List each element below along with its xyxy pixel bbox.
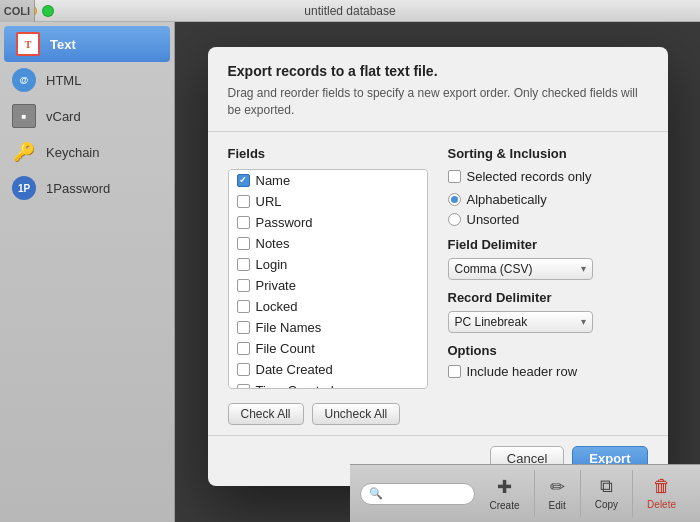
field-checkbox-locked[interactable] bbox=[237, 300, 250, 313]
export-dialog: Export records to a flat text file. Drag… bbox=[208, 47, 668, 486]
field-item[interactable]: Date Created bbox=[229, 359, 427, 380]
field-delimiter-value: Comma (CSV) bbox=[455, 262, 533, 276]
create-label: Create bbox=[489, 500, 519, 511]
field-delimiter-label: Field Delimiter bbox=[448, 237, 648, 252]
sidebar-item-vcard[interactable]: ■ vCard bbox=[0, 98, 174, 134]
sorting-label: Sorting & Inclusion bbox=[448, 146, 648, 161]
text-icon: T bbox=[14, 30, 42, 58]
field-checkbox-file-count[interactable] bbox=[237, 342, 250, 355]
alphabetically-label: Alphabetically bbox=[467, 192, 547, 207]
field-checkbox-notes[interactable] bbox=[237, 237, 250, 250]
maximize-button[interactable] bbox=[42, 5, 54, 17]
modal-header: Export records to a flat text file. Drag… bbox=[208, 47, 668, 132]
field-item[interactable]: Time Created bbox=[229, 380, 427, 389]
sidebar-label-vcard: vCard bbox=[46, 109, 81, 124]
sidebar-label-1password: 1Password bbox=[46, 181, 110, 196]
pencil-icon: ✏ bbox=[550, 476, 565, 498]
field-checkbox-password[interactable] bbox=[237, 216, 250, 229]
fields-list[interactable]: NameURLPasswordNotesLoginPrivateLockedFi… bbox=[228, 169, 428, 389]
field-name-label: Login bbox=[256, 257, 288, 272]
create-button[interactable]: ✚ Create bbox=[475, 470, 534, 517]
field-name-label: Password bbox=[256, 215, 313, 230]
check-buttons-row: Check All Uncheck All bbox=[208, 403, 668, 435]
record-delimiter-label: Record Delimiter bbox=[448, 290, 648, 305]
field-item[interactable]: Locked bbox=[229, 296, 427, 317]
copy-label: Copy bbox=[595, 499, 618, 510]
alphabetically-radio[interactable] bbox=[448, 193, 461, 206]
sidebar-item-html[interactable]: @ HTML bbox=[0, 62, 174, 98]
field-item[interactable]: File Names bbox=[229, 317, 427, 338]
trash-icon: 🗑 bbox=[653, 476, 671, 497]
include-header-item[interactable]: Include header row bbox=[448, 364, 648, 379]
sidebar-item-text[interactable]: T Text bbox=[4, 26, 170, 62]
field-checkbox-login[interactable] bbox=[237, 258, 250, 271]
sidebar-item-1password[interactable]: 1P 1Password bbox=[0, 170, 174, 206]
field-item[interactable]: Private bbox=[229, 275, 427, 296]
search-box[interactable]: 🔍 bbox=[360, 483, 475, 505]
sidebar-label-text: Text bbox=[50, 37, 76, 52]
toolbar-actions: ✚ Create ✏ Edit ⧉ Copy 🗑 Delete bbox=[475, 470, 690, 517]
alphabetically-item[interactable]: Alphabetically bbox=[448, 192, 648, 207]
modal-title: Export records to a flat text file. bbox=[228, 63, 648, 79]
field-checkbox-file-names[interactable] bbox=[237, 321, 250, 334]
coli-label: COLI bbox=[0, 0, 35, 22]
modal-body: Fields NameURLPasswordNotesLoginPrivateL… bbox=[208, 132, 668, 403]
field-checkbox-time-created[interactable] bbox=[237, 384, 250, 389]
main-area: T Text @ HTML ■ vCard 🔑 Keychain 1P bbox=[0, 22, 700, 522]
field-item[interactable]: Password bbox=[229, 212, 427, 233]
delete-button[interactable]: 🗑 Delete bbox=[633, 470, 690, 517]
field-checkbox-url[interactable] bbox=[237, 195, 250, 208]
sidebar-label-keychain: Keychain bbox=[46, 145, 99, 160]
field-item[interactable]: Login bbox=[229, 254, 427, 275]
record-delimiter-select[interactable]: PC Linebreak ▾ bbox=[448, 311, 593, 333]
field-name-label: Notes bbox=[256, 236, 290, 251]
edit-button[interactable]: ✏ Edit bbox=[535, 470, 581, 517]
field-checkbox-name[interactable] bbox=[237, 174, 250, 187]
field-checkbox-private[interactable] bbox=[237, 279, 250, 292]
field-name-label: Private bbox=[256, 278, 296, 293]
field-name-label: Date Created bbox=[256, 362, 333, 377]
unsorted-item[interactable]: Unsorted bbox=[448, 212, 648, 227]
fields-label: Fields bbox=[228, 146, 428, 161]
keychain-icon: 🔑 bbox=[10, 138, 38, 166]
field-delimiter-select[interactable]: Comma (CSV) ▾ bbox=[448, 258, 593, 280]
bottom-toolbar: 🔍 ✚ Create ✏ Edit ⧉ Copy 🗑 Delete bbox=[350, 464, 700, 522]
field-name-label: URL bbox=[256, 194, 282, 209]
record-delimiter-value: PC Linebreak bbox=[455, 315, 528, 329]
options-label: Options bbox=[448, 343, 648, 358]
sidebar-item-keychain[interactable]: 🔑 Keychain bbox=[0, 134, 174, 170]
background: Export records to a flat text file. Drag… bbox=[175, 22, 700, 522]
field-item[interactable]: Name bbox=[229, 170, 427, 191]
include-header-label: Include header row bbox=[467, 364, 578, 379]
sidebar: T Text @ HTML ■ vCard 🔑 Keychain 1P bbox=[0, 22, 175, 522]
field-item[interactable]: Notes bbox=[229, 233, 427, 254]
onepassword-icon: 1P bbox=[10, 174, 38, 202]
unsorted-label: Unsorted bbox=[467, 212, 520, 227]
include-header-checkbox[interactable] bbox=[448, 365, 461, 378]
field-item[interactable]: File Count bbox=[229, 338, 427, 359]
sidebar-label-html: HTML bbox=[46, 73, 81, 88]
html-icon: @ bbox=[10, 66, 38, 94]
field-name-label: Name bbox=[256, 173, 291, 188]
chevron-down-icon-2: ▾ bbox=[581, 316, 586, 327]
field-item[interactable]: URL bbox=[229, 191, 427, 212]
copy-button[interactable]: ⧉ Copy bbox=[581, 470, 633, 517]
vcard-icon: ■ bbox=[10, 102, 38, 130]
field-checkbox-date-created[interactable] bbox=[237, 363, 250, 376]
edit-label: Edit bbox=[549, 500, 566, 511]
plus-icon: ✚ bbox=[497, 476, 512, 498]
selected-only-item[interactable]: Selected records only bbox=[448, 169, 648, 184]
delete-label: Delete bbox=[647, 499, 676, 510]
check-all-button[interactable]: Check All bbox=[228, 403, 304, 425]
unsorted-radio[interactable] bbox=[448, 213, 461, 226]
field-name-label: File Count bbox=[256, 341, 315, 356]
sorting-section: Sorting & Inclusion Selected records onl… bbox=[448, 146, 648, 389]
copy-icon: ⧉ bbox=[600, 476, 613, 497]
window-title: untitled database bbox=[304, 4, 395, 18]
selected-only-checkbox[interactable] bbox=[448, 170, 461, 183]
uncheck-all-button[interactable]: Uncheck All bbox=[312, 403, 401, 425]
content-area: Export records to a flat text file. Drag… bbox=[175, 22, 700, 522]
field-name-label: Time Created bbox=[256, 383, 334, 389]
field-name-label: Locked bbox=[256, 299, 298, 314]
modal-subtitle: Drag and reorder fields to specify a new… bbox=[228, 85, 648, 119]
